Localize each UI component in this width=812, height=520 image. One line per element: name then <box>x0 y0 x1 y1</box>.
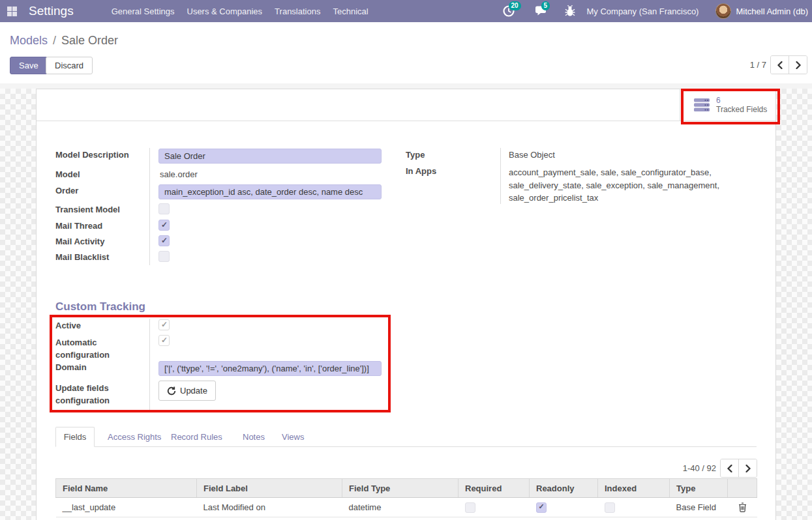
domain-input[interactable] <box>158 361 382 376</box>
cell-field-type[interactable]: datetime <box>342 498 459 517</box>
mail-thread-checkbox[interactable] <box>158 220 170 231</box>
transparent-margin-right <box>776 89 812 520</box>
chevron-right-icon <box>795 61 802 69</box>
record-pager <box>770 55 807 74</box>
apps-menu-button[interactable] <box>0 0 23 22</box>
active-label: Active <box>55 321 81 330</box>
tab-record-rules[interactable]: Record Rules <box>171 432 222 442</box>
group-separator-tracking <box>149 319 150 412</box>
tracked-fields-label: Tracked Fields <box>716 105 767 114</box>
app-name[interactable]: Settings <box>29 4 74 18</box>
chevron-right-icon <box>745 465 751 472</box>
col-actions <box>728 479 757 498</box>
readonly-checkbox[interactable] <box>536 502 547 513</box>
custom-tracking-title: Custom Tracking <box>55 300 145 313</box>
tabbar-line <box>55 446 757 447</box>
list-pager-next-button[interactable] <box>738 459 757 477</box>
tab-access-rights[interactable]: Access Rights <box>108 432 161 442</box>
breadcrumb-models-link[interactable]: Models <box>10 34 48 47</box>
active-checkbox[interactable] <box>158 319 170 330</box>
refresh-icon <box>167 386 176 396</box>
pager-previous-button[interactable] <box>771 56 789 74</box>
list-pager-value: 1-40 / 92 <box>652 463 716 473</box>
col-indexed[interactable]: Indexed <box>598 479 670 498</box>
update-fields-configuration-label: Update fields configuration <box>55 382 137 407</box>
transparent-margin-left <box>0 89 36 520</box>
col-readonly[interactable]: Readonly <box>530 479 598 498</box>
page: Settings General Settings Users & Compan… <box>0 0 812 520</box>
mail-activity-checkbox[interactable] <box>158 235 170 246</box>
messages-button[interactable]: 5 <box>535 5 548 18</box>
tracked-fields-stat-button[interactable]: 6 Tracked Fields <box>680 89 775 121</box>
menu-translations[interactable]: Translations <box>275 7 320 16</box>
mail-activity-label: Mail Activity <box>55 237 104 246</box>
model-description-label: Model Description <box>55 150 129 160</box>
col-field-type[interactable]: Field Type <box>342 479 459 498</box>
bug-icon <box>565 5 575 17</box>
model-description-input[interactable] <box>158 149 382 164</box>
model-label: Model <box>55 169 80 179</box>
debug-button[interactable] <box>565 5 575 18</box>
tab-views[interactable]: Views <box>282 432 304 442</box>
stat-text: 6 Tracked Fields <box>716 96 767 114</box>
indexed-checkbox[interactable] <box>605 502 615 513</box>
domain-label: Domain <box>55 362 87 372</box>
in-apps-value: account_payment_sale, sale, sale_configu… <box>509 166 727 205</box>
order-label: Order <box>55 186 78 195</box>
automatic-configuration-label: Automatic configuration <box>55 336 137 361</box>
model-value: sale.order <box>160 169 198 179</box>
control-panel: Models/Sale Order Save Discard 1 / 7 <box>0 22 812 83</box>
content-top-strip <box>0 83 812 89</box>
type-label: Type <box>406 150 425 160</box>
breadcrumb-current: Sale Order <box>61 34 118 47</box>
company-switcher[interactable]: My Company (San Francisco) <box>587 7 699 16</box>
fields-table: Field Name Field Label Field Type Requir… <box>55 478 757 517</box>
menu-general-settings[interactable]: General Settings <box>112 7 175 16</box>
transient-model-label: Transient Model <box>55 205 120 214</box>
activities-badge: 20 <box>509 1 521 10</box>
col-field-name[interactable]: Field Name <box>56 479 197 498</box>
tab-fields[interactable]: Fields <box>55 427 95 447</box>
top-navbar: Settings General Settings Users & Compan… <box>0 0 812 22</box>
list-pager <box>720 459 757 478</box>
automatic-configuration-checkbox[interactable] <box>158 335 170 346</box>
table-row[interactable]: __last_update Last Modified on datetime … <box>56 498 757 517</box>
navbar-menus: General Settings Users & Companies Trans… <box>112 7 368 16</box>
mail-thread-label: Mail Thread <box>55 221 102 231</box>
in-apps-label: In Apps <box>406 166 436 176</box>
delete-row-button[interactable] <box>736 501 749 514</box>
save-button[interactable]: Save <box>10 57 48 74</box>
user-menu[interactable]: Mitchell Admin (db) <box>736 7 808 16</box>
menu-technical[interactable]: Technical <box>333 7 368 16</box>
cell-field-name[interactable]: __last_update <box>56 498 197 517</box>
mail-blacklist-checkbox[interactable] <box>158 251 170 262</box>
navbar-systray: 20 5 My Company (San Francisco) Mitchell… <box>502 0 809 22</box>
table-header-row: Field Name Field Label Field Type Requir… <box>56 479 757 498</box>
update-button[interactable]: Update <box>158 381 216 401</box>
type-value: Base Object <box>509 150 555 160</box>
list-pager-previous-button[interactable] <box>721 459 738 477</box>
activities-button[interactable]: 20 <box>502 5 515 18</box>
messages-badge: 5 <box>541 1 550 10</box>
menu-users-companies[interactable]: Users & Companies <box>187 7 263 16</box>
cell-field-label[interactable]: Last Modified on <box>197 498 342 517</box>
col-required[interactable]: Required <box>459 479 530 498</box>
transient-model-checkbox[interactable] <box>158 203 170 214</box>
order-input[interactable] <box>158 184 382 199</box>
cell-type[interactable]: Base Field <box>670 498 728 517</box>
tracked-fields-count: 6 <box>716 96 767 105</box>
chevron-left-icon <box>727 465 733 472</box>
update-button-label: Update <box>180 386 207 396</box>
pager-next-button[interactable] <box>789 56 807 74</box>
required-checkbox[interactable] <box>465 502 475 513</box>
tab-notes[interactable]: Notes <box>243 432 265 442</box>
col-field-label[interactable]: Field Label <box>197 479 342 498</box>
trash-icon <box>738 502 747 512</box>
button-box <box>37 89 775 121</box>
col-type[interactable]: Type <box>670 479 728 498</box>
server-icon <box>693 98 710 112</box>
discard-button[interactable]: Discard <box>46 57 93 74</box>
user-avatar[interactable] <box>715 3 731 19</box>
mail-blacklist-label: Mail Blacklist <box>55 252 109 262</box>
breadcrumb: Models/Sale Order <box>10 34 118 48</box>
